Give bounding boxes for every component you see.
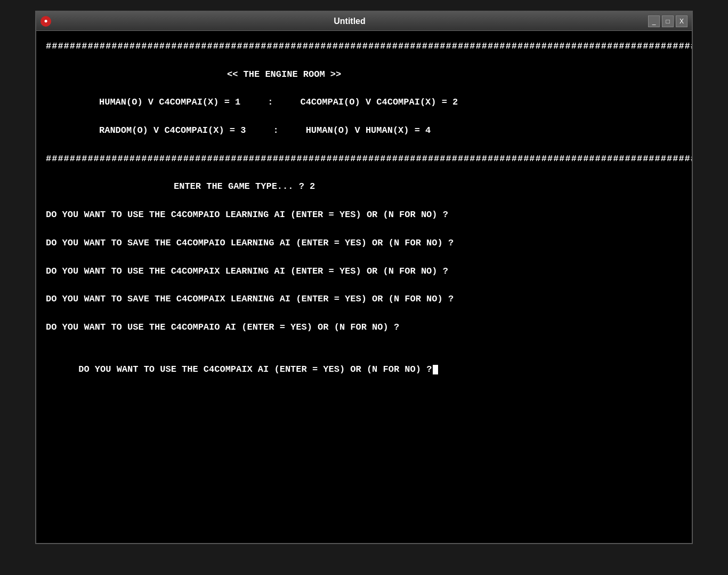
empty-7	[46, 222, 682, 236]
game-type-line-2: RANDOM(O) V C4COMPAI(X) = 3 : HUMAN(O) V…	[46, 124, 682, 138]
game-type-line-1: HUMAN(O) V C4COMPAI(X) = 1 : C4COMPAI(O)…	[46, 95, 682, 109]
maximize-button[interactable]: □	[662, 15, 674, 27]
prompt-line-2: DO YOU WANT TO SAVE THE C4COMPAIO LEARNI…	[46, 236, 682, 250]
app-icon: ●	[41, 16, 51, 27]
engine-room-label: << THE ENGINE ROOM >>	[46, 68, 682, 82]
enter-game-type: ENTER THE GAME TYPE... ? 2	[46, 180, 682, 194]
empty-11	[46, 334, 682, 348]
hash-line-top: ########################################…	[46, 39, 682, 53]
empty-3	[46, 110, 682, 124]
terminal-output: ########################################…	[36, 31, 692, 543]
empty-10	[46, 307, 682, 321]
close-button[interactable]: X	[676, 15, 687, 27]
main-window: ● Untitled _ □ X #######################…	[35, 11, 693, 544]
empty-8	[46, 250, 682, 264]
hash-line-bottom: ########################################…	[46, 152, 682, 166]
prompt-line-4: DO YOU WANT TO SAVE THE C4COMPAIX LEARNI…	[46, 292, 682, 306]
window-title: Untitled	[51, 17, 648, 26]
empty-4	[46, 138, 682, 151]
empty-2	[46, 82, 682, 95]
cursor-block	[433, 365, 438, 374]
minimize-button[interactable]: _	[648, 15, 660, 27]
prompt-line-6: DO YOU WANT TO USE THE C4COMPAIX AI (ENT…	[46, 349, 682, 391]
titlebar: ● Untitled _ □ X	[36, 12, 692, 31]
empty-5	[46, 166, 682, 180]
prompt-line-5: DO YOU WANT TO USE THE C4COMPAIO AI (ENT…	[46, 321, 682, 334]
prompt-line-3: DO YOU WANT TO USE THE C4COMPAIX LEARNIN…	[46, 265, 682, 278]
prompt-line-1: DO YOU WANT TO USE THE C4COMPAIO LEARNIN…	[46, 208, 682, 222]
empty-6	[46, 194, 682, 208]
empty-1	[46, 53, 682, 67]
empty-9	[46, 278, 682, 292]
window-controls: _ □ X	[648, 15, 687, 27]
